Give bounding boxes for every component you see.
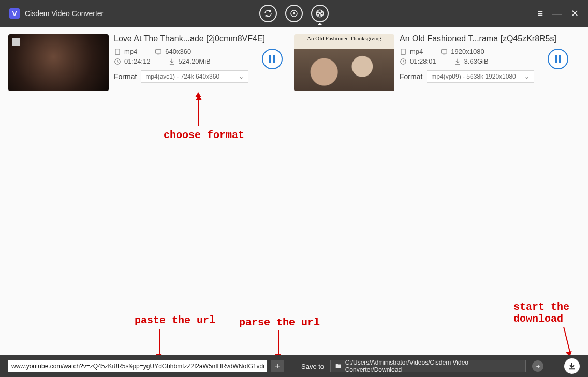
file-icon: [400, 48, 407, 55]
duration: 01:28:01: [400, 57, 436, 65]
save-to-label: Save to: [301, 363, 324, 370]
svg-rect-9: [156, 49, 161, 53]
duration: 01:24:12: [114, 57, 151, 65]
menu-icon[interactable]: ≡: [537, 8, 543, 19]
resolution: 640x360: [155, 48, 191, 55]
chevron-down-icon: ⌄: [524, 73, 530, 80]
file-ext: mp4: [114, 48, 137, 55]
download-list: Love At The Thank...ade [2j0cmm8VF4E] mp…: [0, 27, 588, 98]
tab-download[interactable]: [311, 5, 329, 22]
download-item: Love At The Thank...ade [2j0cmm8VF4E] mp…: [8, 34, 288, 91]
svg-rect-13: [442, 49, 447, 53]
screen-icon: [155, 48, 162, 55]
download-size-icon: [454, 58, 461, 65]
file-icon: [114, 48, 121, 55]
format-label: Format: [400, 72, 422, 81]
chevron-down-icon: ⌄: [239, 73, 244, 80]
format-select[interactable]: mp4(avc1) - 724k 640x360 ⌄: [141, 70, 248, 83]
format-label: Format: [114, 72, 137, 81]
svg-point-3: [319, 13, 321, 14]
annotation-start-download: start the download: [513, 301, 569, 325]
annotation-choose-format: choose format: [164, 129, 244, 141]
file-ext: mp4: [400, 48, 423, 55]
svg-point-7: [321, 14, 322, 16]
app-title: Cisdem Video Converter: [25, 9, 104, 18]
video-thumbnail[interactable]: [8, 34, 109, 91]
svg-point-6: [318, 14, 319, 16]
app-icon: V: [9, 8, 20, 19]
tab-rip[interactable]: [285, 5, 303, 22]
video-thumbnail[interactable]: An Old Fashioned Thanksgiving: [294, 34, 394, 91]
video-title: Love At The Thank...ade [2j0cmm8VF4E]: [114, 34, 288, 43]
svg-point-4: [317, 12, 318, 13]
clock-icon: [400, 58, 407, 65]
clock-icon: [114, 58, 121, 65]
format-select[interactable]: mp4(vp09) - 5638k 1920x1080 ⌄: [427, 70, 534, 83]
svg-point-5: [321, 12, 322, 13]
screen-icon: [440, 48, 448, 55]
file-size: 524.20MiB: [168, 57, 211, 65]
annotation-parse-url: parse the url: [239, 316, 320, 328]
close-icon[interactable]: ✕: [571, 8, 579, 19]
folder-icon: [335, 363, 342, 370]
svg-rect-12: [401, 49, 405, 54]
save-path-selector[interactable]: C:/Users/Administrator/Videos/Cisdem Vid…: [330, 360, 526, 372]
pause-button[interactable]: [548, 49, 568, 69]
resolution: 1920x1080: [440, 48, 484, 55]
video-title: An Old Fashioned T...rama [zQ45zKr8R5s]: [400, 34, 574, 43]
select-checkbox[interactable]: [12, 38, 20, 46]
tab-convert[interactable]: [259, 5, 277, 22]
annotation-paste-url: paste the url: [135, 314, 215, 326]
open-folder-button[interactable]: [532, 360, 543, 372]
download-item: An Old Fashioned Thanksgiving An Old Fas…: [294, 34, 574, 91]
svg-rect-8: [115, 49, 120, 54]
add-url-button[interactable]: +: [271, 360, 284, 372]
bottombar: + Save to C:/Users/Administrator/Videos/…: [0, 355, 588, 377]
mode-tabs: [259, 5, 329, 22]
file-size: 3.63GiB: [454, 57, 489, 65]
download-size-icon: [168, 58, 175, 65]
pause-button[interactable]: [262, 49, 283, 69]
svg-point-1: [293, 13, 295, 14]
url-input[interactable]: [8, 360, 267, 372]
minimize-icon[interactable]: —: [552, 8, 562, 19]
titlebar: V Cisdem Video Converter ≡ — ✕: [0, 0, 588, 27]
start-download-button[interactable]: [564, 358, 580, 374]
